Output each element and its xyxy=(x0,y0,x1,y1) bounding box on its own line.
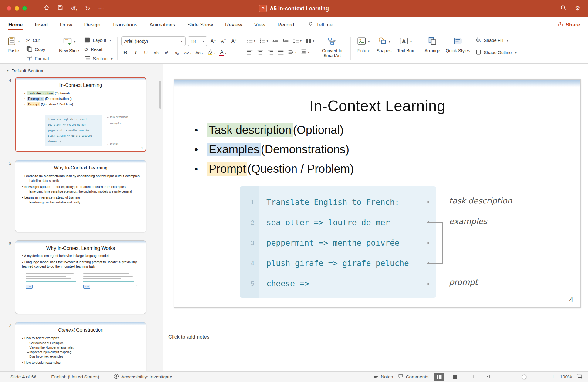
justify-button[interactable] xyxy=(277,48,285,56)
layout-button[interactable]: Layout▾ xyxy=(83,36,113,44)
comments-toggle-button[interactable]: Comments xyxy=(398,374,428,380)
language-selector[interactable]: English (United States) xyxy=(51,374,99,380)
text-box-button[interactable]: A ▾ Text Box xyxy=(396,35,416,54)
tab-design[interactable]: Design xyxy=(83,17,101,32)
tab-draw[interactable]: Draw xyxy=(59,17,73,32)
decrease-indent-button[interactable] xyxy=(271,36,279,45)
zoom-in-button[interactable]: + xyxy=(552,374,555,380)
decrease-font-size-button[interactable]: A▼ xyxy=(220,37,228,46)
zoom-window-button[interactable] xyxy=(22,6,27,11)
italic-button[interactable]: I xyxy=(132,49,140,57)
slide-counter[interactable]: Slide 4 of 66 xyxy=(10,374,36,380)
lm-box: LM xyxy=(26,285,33,289)
format-painter-button[interactable]: Format xyxy=(25,55,50,63)
shape-outline-button[interactable]: Shape Outline▾ xyxy=(474,49,518,56)
zoom-out-button[interactable]: − xyxy=(498,374,501,380)
tab-record[interactable]: Record xyxy=(277,17,295,32)
font-name-select[interactable]: Arial (Body)▾ xyxy=(121,36,186,46)
fill-in-blank-line xyxy=(326,288,416,292)
character-spacing-button[interactable]: AV▾ xyxy=(183,49,192,57)
tab-view[interactable]: View xyxy=(254,17,266,32)
chevron-down-icon: ▾ xyxy=(201,51,203,55)
slide-title[interactable]: In-Context Learning xyxy=(174,97,580,115)
align-text-button[interactable]: ▾ xyxy=(300,48,310,56)
notes-pane[interactable]: Click to add notes xyxy=(163,329,588,371)
slide-5-thumbnail[interactable]: Why In-Context Learning • Learns to do a… xyxy=(15,160,146,232)
arrange-button[interactable]: Arrange xyxy=(423,35,442,54)
thumbnail-annotation: ←task description xyxy=(107,115,128,118)
reset-button[interactable]: ↺Reset xyxy=(83,46,113,53)
quick-styles-button[interactable]: Quick Styles xyxy=(444,35,472,54)
chevron-down-icon: ▾ xyxy=(308,50,309,54)
shape-fill-button[interactable]: Shape Fill▾ xyxy=(474,36,518,44)
bullet-item: •Prompt (Question / Problem) xyxy=(194,159,354,179)
numbered-list-button[interactable]: ▾ xyxy=(259,36,269,45)
current-slide[interactable]: In-Context Learning •Task description (O… xyxy=(174,79,581,308)
picture-button[interactable]: ▾ Picture xyxy=(354,35,373,54)
save-icon[interactable] xyxy=(57,5,63,12)
tab-home[interactable]: Home xyxy=(8,17,23,32)
zoom-slider-thumb[interactable] xyxy=(522,375,527,379)
align-left-icon xyxy=(247,49,253,55)
notes-toggle-button[interactable]: Notes xyxy=(373,374,393,380)
home-icon[interactable] xyxy=(44,5,49,12)
align-center-button[interactable] xyxy=(256,48,264,56)
tell-me-button[interactable]: Tell me xyxy=(308,22,333,29)
code-example-block[interactable]: 1Translate English to French: 2sea otter… xyxy=(240,186,436,298)
tab-slide-show[interactable]: Slide Show xyxy=(187,17,214,32)
tab-animations[interactable]: Animations xyxy=(149,17,176,32)
superscript-button[interactable]: x² xyxy=(163,49,171,57)
slideshow-button[interactable] xyxy=(482,373,493,381)
more-commands-icon[interactable]: ⋯ xyxy=(98,5,104,12)
tab-transitions[interactable]: Transitions xyxy=(112,17,138,32)
accessibility-status[interactable]: Accessibility: Investigate xyxy=(114,374,172,380)
strikethrough-button[interactable]: ab xyxy=(152,49,161,57)
reading-view-button[interactable] xyxy=(466,373,477,381)
slide-7-thumbnail[interactable]: Context Construction • How to select exa… xyxy=(15,322,146,371)
diagram-bar xyxy=(83,278,121,279)
tab-review[interactable]: Review xyxy=(225,17,243,32)
align-left-button[interactable] xyxy=(246,48,254,56)
fit-slide-button[interactable] xyxy=(577,373,583,380)
align-right-button[interactable] xyxy=(266,48,275,56)
convert-to-smartart-button[interactable]: Convert to SmartArt xyxy=(318,35,347,59)
share-button[interactable]: Share xyxy=(558,22,580,29)
copy-button[interactable]: Copy xyxy=(25,46,50,53)
slide-bullet-list[interactable]: •Task description (Optional) •Examples (… xyxy=(194,120,354,179)
redo-icon[interactable]: ↻ xyxy=(85,5,90,12)
settings-icon[interactable]: ⚙ xyxy=(575,5,580,11)
shapes-button[interactable]: ▾ Shapes xyxy=(375,35,393,54)
bold-button[interactable]: B xyxy=(121,49,130,57)
columns-button[interactable]: ▾ xyxy=(305,36,315,45)
slide-sorter-view-button[interactable] xyxy=(450,373,461,381)
zoom-level[interactable]: 100% xyxy=(560,374,572,380)
change-case-button[interactable]: Aa▾ xyxy=(194,49,204,57)
section-button[interactable]: Section▾ xyxy=(83,55,113,63)
clear-formatting-button[interactable]: A✕ xyxy=(230,37,238,46)
close-window-button[interactable] xyxy=(7,6,11,11)
undo-icon[interactable]: ↺▾ xyxy=(71,5,77,12)
font-color-button[interactable]: A▾ xyxy=(218,49,227,57)
subscript-button[interactable]: x₂ xyxy=(173,49,181,57)
font-size-select[interactable]: 18▾ xyxy=(188,36,207,46)
section-header[interactable]: ▾ Default Section xyxy=(0,66,163,77)
zoom-slider[interactable] xyxy=(506,377,546,377)
underline-button[interactable]: U xyxy=(142,49,150,57)
cut-button[interactable]: ✂Cut xyxy=(25,36,50,44)
slide-6-thumbnail[interactable]: Why In-Context Learning Works • A myster… xyxy=(15,240,146,314)
minimize-window-button[interactable] xyxy=(15,6,19,11)
line-spacing-button[interactable]: ▾ xyxy=(292,36,302,45)
increase-indent-button[interactable] xyxy=(282,36,290,45)
text-direction-button[interactable]: ▾ xyxy=(287,48,298,56)
tab-insert[interactable]: Insert xyxy=(34,17,49,32)
increase-font-size-button[interactable]: A▲ xyxy=(209,37,218,46)
bulleted-list-button[interactable]: ▾ xyxy=(246,36,256,45)
text-highlight-button[interactable]: ▾ xyxy=(206,49,216,57)
new-slide-button[interactable]: ▾ New Slide xyxy=(58,35,80,54)
paste-button[interactable]: ▾ Paste xyxy=(4,35,22,54)
search-icon[interactable] xyxy=(560,5,566,12)
sidebar-scrollbar[interactable] xyxy=(159,81,161,109)
slide-4-thumbnail[interactable]: In-Context Learning •Task description (O… xyxy=(15,77,146,152)
normal-view-button[interactable] xyxy=(434,373,444,381)
thumbnail-title: In-Context Learning xyxy=(16,83,146,88)
